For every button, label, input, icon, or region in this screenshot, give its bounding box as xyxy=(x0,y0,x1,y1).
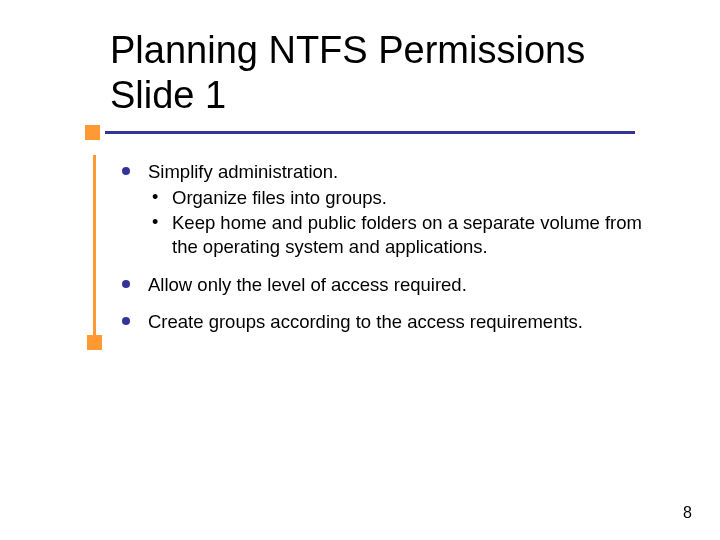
slide-title: Planning NTFS Permissions Slide 1 xyxy=(110,28,670,118)
bullet-text: Allow only the level of access required. xyxy=(148,274,467,295)
bullet-list: Simplify administration. Organize files … xyxy=(120,160,660,334)
bullet-item: Allow only the level of access required. xyxy=(120,273,660,297)
title-region: Planning NTFS Permissions Slide 1 xyxy=(110,28,670,118)
bullet-item: Create groups according to the access re… xyxy=(120,310,660,334)
bullet-item: Simplify administration. Organize files … xyxy=(120,160,660,259)
page-number: 8 xyxy=(683,504,692,522)
sub-bullet-list: Organize files into groups. Keep home an… xyxy=(148,186,660,259)
content-region: Simplify administration. Organize files … xyxy=(120,160,660,348)
deco-vertical-line xyxy=(93,155,96,335)
slide: Planning NTFS Permissions Slide 1 Simpli… xyxy=(0,0,720,540)
title-underline xyxy=(105,131,635,134)
sub-bullet-item: Keep home and public folders on a separa… xyxy=(148,211,660,258)
sub-bullet-text: Keep home and public folders on a separa… xyxy=(172,212,642,257)
sub-bullet-item: Organize files into groups. xyxy=(148,186,660,210)
deco-square-bottom xyxy=(87,335,102,350)
deco-square-top xyxy=(85,125,100,140)
sub-bullet-text: Organize files into groups. xyxy=(172,187,387,208)
bullet-text: Simplify administration. xyxy=(148,161,338,182)
bullet-text: Create groups according to the access re… xyxy=(148,311,583,332)
